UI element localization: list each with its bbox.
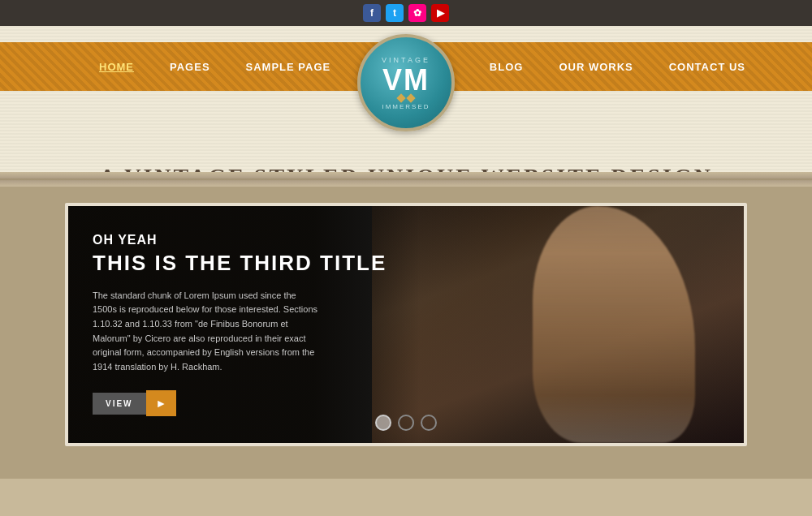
- nav-left: HOME PAGES SAMPLE PAGE: [0, 42, 348, 91]
- slider-frame: OH YEAH THIS IS THE THIRD TITLE The stan…: [65, 203, 747, 446]
- slider-content: OH YEAH THIS IS THE THIRD TITLE The stan…: [68, 206, 420, 443]
- slider-dot-2[interactable]: [398, 415, 414, 431]
- nav-item-blog[interactable]: BLOG: [472, 42, 542, 91]
- youtube-icon[interactable]: ▶: [431, 4, 449, 22]
- slide-text: The standard chunk of Lorem Ipsum used s…: [93, 289, 320, 375]
- slide-title: THIS IS THE THIRD TITLE: [93, 251, 395, 276]
- nav-bar: HOME PAGES SAMPLE PAGE VINTAGE VM IMMERS…: [0, 42, 812, 91]
- slider-section: OH YEAH THIS IS THE THIRD TITLE The stan…: [0, 187, 812, 479]
- nav-item-sample-page[interactable]: SAMPLE PAGE: [228, 42, 349, 91]
- facebook-icon[interactable]: f: [363, 4, 381, 22]
- logo-decorations: [398, 95, 414, 101]
- slider-dot-3[interactable]: [421, 415, 437, 431]
- slide-btn-label: VIEW: [93, 393, 146, 415]
- logo-diamond-left: [396, 93, 405, 102]
- slide-btn-arrow-icon: ►: [146, 390, 177, 416]
- slider-dot-1[interactable]: [375, 415, 391, 431]
- logo[interactable]: VINTAGE VM IMMERSED: [357, 34, 455, 131]
- twitter-icon[interactable]: t: [386, 4, 404, 22]
- social-bar: f t ✿ ▶: [0, 0, 812, 26]
- slide-oh-yeah: OH YEAH: [93, 233, 395, 247]
- nav-item-home[interactable]: HOME: [81, 42, 152, 91]
- logo-vintage-text: VINTAGE: [382, 56, 430, 64]
- nav-item-contact-us[interactable]: CONTACT US: [651, 42, 763, 91]
- nav-item-our-works[interactable]: OUR WORKS: [541, 42, 650, 91]
- logo-immersed-text: IMMERSED: [382, 103, 430, 110]
- flickr-icon[interactable]: ✿: [408, 4, 426, 22]
- slider-dots: [375, 415, 437, 431]
- logo-initials: VM: [382, 66, 430, 95]
- nav-item-pages[interactable]: PAGES: [152, 42, 228, 91]
- brush-separator: [0, 172, 812, 187]
- slide-view-button[interactable]: VIEW ►: [93, 390, 176, 416]
- logo-diamond-right: [406, 93, 415, 102]
- nav-right: BLOG OUR WORKS CONTACT US: [472, 42, 812, 91]
- slider-image: [372, 206, 744, 443]
- header: HOME PAGES SAMPLE PAGE VINTAGE VM IMMERS…: [0, 26, 812, 172]
